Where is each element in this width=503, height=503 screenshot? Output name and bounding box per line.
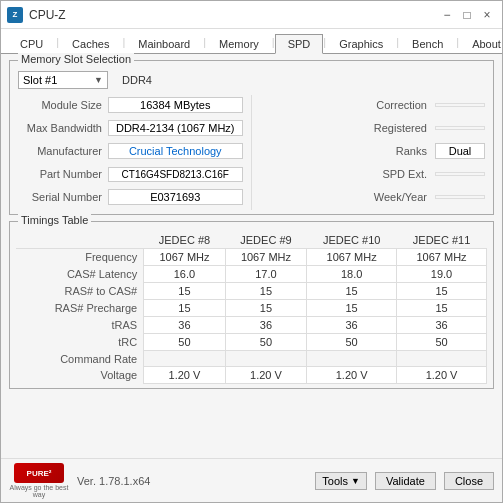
week-year-label: Week/Year: [374, 191, 427, 203]
serial-number-label: Serial Number: [18, 191, 108, 203]
timing-row-label: tRAS: [16, 317, 144, 334]
part-number-value: CT16G4SFD8213.C16F: [108, 167, 243, 182]
close-button[interactable]: Close: [444, 472, 494, 490]
correction-row: Correction: [260, 95, 486, 115]
max-bandwidth-value: DDR4-2134 (1067 MHz): [108, 120, 243, 136]
timing-cell: 1067 MHz: [307, 249, 397, 266]
tools-label: Tools: [322, 475, 348, 487]
timings-group-label: Timings Table: [18, 214, 91, 226]
week-year-row: Week/Year: [260, 187, 486, 207]
registered-label: Registered: [374, 122, 427, 134]
timing-cell: 36: [307, 317, 397, 334]
timing-cell: 15: [225, 283, 306, 300]
tab-graphics[interactable]: Graphics: [326, 34, 396, 54]
timing-cell: 1.20 V: [225, 367, 306, 384]
memory-slot-group-label: Memory Slot Selection: [18, 53, 134, 65]
ranks-label: Ranks: [396, 145, 427, 157]
timing-row-label: Voltage: [16, 367, 144, 384]
logo-area: PURE² Always go the best way: [9, 463, 69, 498]
timing-cell: 50: [144, 334, 225, 351]
spd-ext-row: SPD Ext.: [260, 164, 486, 184]
timing-cell: 1.20 V: [144, 367, 225, 384]
ranks-row: Ranks Dual: [260, 141, 486, 161]
app-icon: Z: [7, 7, 23, 23]
timing-cell: 18.0: [307, 266, 397, 283]
logo-subtitle: Always go the best way: [9, 484, 69, 498]
timing-cell: [225, 351, 306, 367]
timing-cell: 50: [397, 334, 487, 351]
timing-cell: 36: [225, 317, 306, 334]
tab-bench[interactable]: Bench: [399, 34, 456, 54]
validate-button[interactable]: Validate: [375, 472, 436, 490]
timing-cell: 50: [307, 334, 397, 351]
info-left-col: Module Size 16384 MBytes Max Bandwidth D…: [18, 95, 252, 210]
timings-row: RAS# to CAS#15151515: [16, 283, 487, 300]
slot-selector[interactable]: Slot #1 ▼: [18, 71, 108, 89]
timing-cell: 1.20 V: [307, 367, 397, 384]
timing-cell: 15: [225, 300, 306, 317]
timing-cell: 15: [307, 283, 397, 300]
timing-cell: 36: [144, 317, 225, 334]
ddr-type: DDR4: [116, 72, 158, 88]
serial-number-row: Serial Number E0371693: [18, 187, 243, 207]
logo-image: PURE²: [14, 463, 64, 483]
title-bar-left: Z CPU-Z: [7, 7, 66, 23]
timing-cell: 17.0: [225, 266, 306, 283]
timing-cell: 1067 MHz: [225, 249, 306, 266]
timing-cell: [397, 351, 487, 367]
timing-row-label: CAS# Latency: [16, 266, 144, 283]
max-bandwidth-row: Max Bandwidth DDR4-2134 (1067 MHz): [18, 118, 243, 138]
tab-mainboard[interactable]: Mainboard: [125, 34, 203, 54]
tab-spd[interactable]: SPD: [275, 34, 324, 54]
title-controls: − □ ×: [438, 6, 496, 24]
timing-cell: 15: [307, 300, 397, 317]
dropdown-arrow-icon: ▼: [94, 75, 103, 85]
timing-cell: 1067 MHz: [144, 249, 225, 266]
minimize-button[interactable]: −: [438, 6, 456, 24]
timing-cell: 15: [144, 300, 225, 317]
tab-caches[interactable]: Caches: [59, 34, 122, 54]
logo-text: PURE²: [27, 469, 52, 478]
timing-cell: 19.0: [397, 266, 487, 283]
timing-cell: [307, 351, 397, 367]
module-size-value: 16384 MBytes: [108, 97, 243, 113]
tab-about[interactable]: About: [459, 34, 503, 54]
timing-cell: 15: [144, 283, 225, 300]
memory-slot-group: Memory Slot Selection Slot #1 ▼ DDR4 Mod…: [9, 60, 494, 215]
week-year-value: [435, 195, 485, 199]
timings-row: tRC50505050: [16, 334, 487, 351]
manufacturer-row: Manufacturer Crucial Technology: [18, 141, 243, 161]
registered-row: Registered: [260, 118, 486, 138]
tab-memory[interactable]: Memory: [206, 34, 272, 54]
close-window-button[interactable]: ×: [478, 6, 496, 24]
info-right-col: Correction Registered Ranks Dual SPD: [252, 95, 486, 210]
timing-cell: 15: [397, 300, 487, 317]
info-grid: Module Size 16384 MBytes Max Bandwidth D…: [18, 95, 485, 210]
window-title: CPU-Z: [29, 8, 66, 22]
timings-row: Command Rate: [16, 351, 487, 367]
slot-row: Slot #1 ▼ DDR4: [18, 71, 485, 89]
bottom-bar: PURE² Always go the best way Ver. 1.78.1…: [1, 458, 502, 502]
timing-row-label: RAS# Precharge: [16, 300, 144, 317]
timing-row-label: RAS# to CAS#: [16, 283, 144, 300]
module-size-label: Module Size: [18, 99, 108, 111]
spd-ext-label: SPD Ext.: [382, 168, 427, 180]
part-number-label: Part Number: [18, 168, 108, 180]
tools-dropdown-icon: ▼: [351, 476, 360, 486]
timings-group: Timings Table JEDEC #8 JEDEC #9 JEDEC #1…: [9, 221, 494, 389]
timing-row-label: Command Rate: [16, 351, 144, 367]
tab-cpu[interactable]: CPU: [7, 34, 56, 54]
timings-row: CAS# Latency16.017.018.019.0: [16, 266, 487, 283]
correction-value: [435, 103, 485, 107]
maximize-button[interactable]: □: [458, 6, 476, 24]
manufacturer-value[interactable]: Crucial Technology: [108, 143, 243, 159]
timing-row-label: tRC: [16, 334, 144, 351]
serial-number-value: E0371693: [108, 189, 243, 205]
timings-header-row: JEDEC #8 JEDEC #9 JEDEC #10 JEDEC #11: [16, 232, 487, 249]
tools-button[interactable]: Tools ▼: [315, 472, 367, 490]
timing-cell: 50: [225, 334, 306, 351]
timings-table: JEDEC #8 JEDEC #9 JEDEC #10 JEDEC #11 Fr…: [16, 232, 487, 384]
timing-cell: 1067 MHz: [397, 249, 487, 266]
col-jedec10-header: JEDEC #10: [307, 232, 397, 249]
manufacturer-label: Manufacturer: [18, 145, 108, 157]
